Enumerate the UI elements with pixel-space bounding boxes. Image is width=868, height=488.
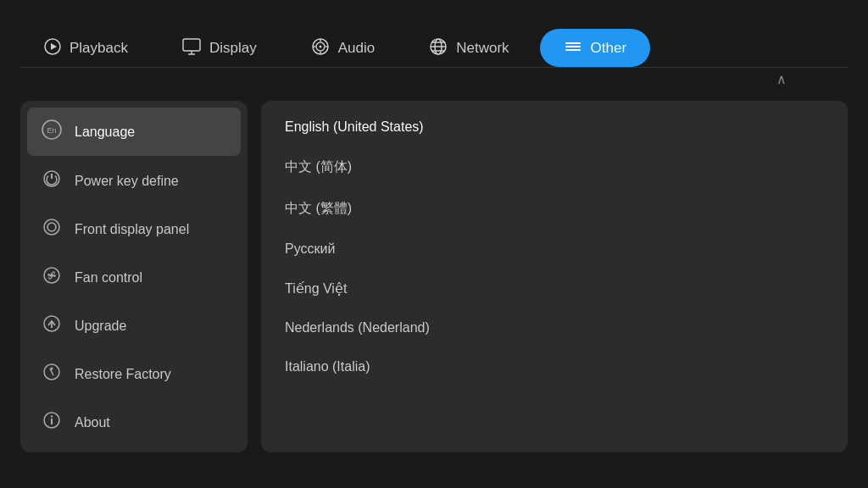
restore-factory-label: Restore Factory <box>75 367 171 382</box>
settings-item-fan-control[interactable]: Fan control <box>27 254 241 301</box>
audio-tab-icon <box>311 37 330 58</box>
header: PlaybackDisplayAudioNetworkOther <box>0 0 868 68</box>
chevron-up-icon: ∧ <box>776 71 787 87</box>
settings-item-power-key[interactable]: Power key define <box>27 158 241 204</box>
front-display-label: Front display panel <box>75 222 189 237</box>
settings-item-upgrade[interactable]: Upgrade <box>27 302 241 349</box>
main-content: EnLanguagePower key defineFront display … <box>0 87 868 466</box>
language-icon: En <box>41 119 63 145</box>
settings-item-language[interactable]: EnLanguage <box>27 108 241 156</box>
fan-control-label: Fan control <box>75 270 142 286</box>
tab-chevron-container: ∧ <box>0 68 868 87</box>
settings-item-restore-factory[interactable]: Restore Factory <box>27 351 241 397</box>
svg-point-25 <box>47 223 56 231</box>
language-item-vi[interactable]: Tiếng Việt <box>275 269 834 308</box>
tab-playback[interactable]: Playback <box>20 30 152 66</box>
svg-rect-2 <box>183 39 200 51</box>
language-item-it[interactable]: Italiano (Italia) <box>275 347 834 386</box>
upgrade-icon <box>41 313 63 338</box>
settings-item-about[interactable]: About <box>27 399 241 446</box>
display-tab-label: Display <box>209 40 257 57</box>
other-tab-icon <box>564 37 582 58</box>
tab-other[interactable]: Other <box>540 29 651 67</box>
language-label: Language <box>75 125 135 140</box>
playback-tab-label: Playback <box>70 40 128 57</box>
language-item-zh-tw[interactable]: 中文 (繁體) <box>275 188 834 230</box>
settings-item-front-display[interactable]: Front display panel <box>27 206 241 252</box>
upgrade-label: Upgrade <box>75 319 126 334</box>
other-tab-label: Other <box>591 40 627 57</box>
tab-audio[interactable]: Audio <box>287 29 398 67</box>
network-tab-icon <box>429 37 448 58</box>
front-display-icon <box>41 217 63 241</box>
tab-display[interactable]: Display <box>159 30 281 66</box>
playback-tab-icon <box>44 38 61 58</box>
restore-factory-icon <box>41 362 63 386</box>
network-tab-label: Network <box>456 40 509 57</box>
audio-tab-label: Audio <box>338 40 375 57</box>
fan-control-icon <box>41 265 63 290</box>
svg-point-24 <box>44 219 59 235</box>
language-item-en-us[interactable]: English (United States) <box>275 108 834 147</box>
settings-panel: EnLanguagePower key defineFront display … <box>20 101 248 452</box>
svg-marker-1 <box>51 43 57 50</box>
power-key-icon <box>41 169 63 193</box>
about-label: About <box>75 415 110 430</box>
power-key-label: Power key define <box>75 174 179 189</box>
tab-network[interactable]: Network <box>405 29 532 67</box>
language-item-zh-cn[interactable]: 中文 (简体) <box>275 147 834 188</box>
svg-point-32 <box>51 368 53 370</box>
language-item-ru[interactable]: Русский <box>275 230 834 269</box>
tab-bar: PlaybackDisplayAudioNetworkOther <box>20 29 848 68</box>
svg-point-7 <box>319 46 321 48</box>
svg-point-35 <box>51 415 53 417</box>
language-panel: English (United States)中文 (简体)中文 (繁體)Рус… <box>261 101 848 452</box>
svg-point-27 <box>50 274 53 277</box>
about-icon <box>41 410 63 435</box>
display-tab-icon <box>182 38 201 58</box>
svg-text:En: En <box>47 126 56 135</box>
language-item-nl[interactable]: Nederlands (Nederland) <box>275 308 834 347</box>
